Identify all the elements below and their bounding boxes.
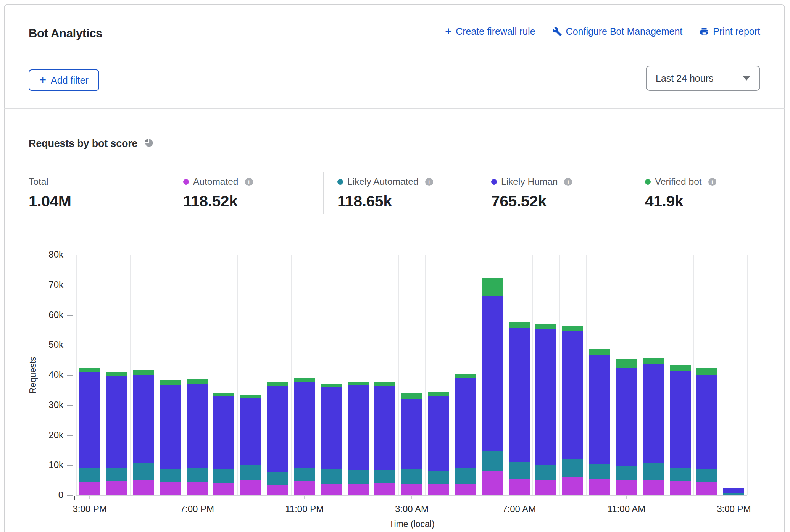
stat-likely-automated: Likely Automated i 118.65k [337, 176, 433, 210]
bar-segment-verified-bot [133, 370, 154, 375]
plus-icon: + [445, 27, 452, 36]
x-tick-3:00 AM [411, 496, 412, 499]
bar-4:00 AM[interactable] [428, 392, 449, 495]
info-icon[interactable]: i [708, 178, 716, 186]
bar-segment-likely-human [482, 296, 503, 451]
bar-11:00 AM[interactable] [616, 359, 637, 495]
bar-segment-likely-human [535, 329, 556, 465]
bar-5:00 AM[interactable] [455, 374, 476, 495]
bar-segment-automated [294, 481, 315, 495]
time-range-select[interactable]: Last 24 hours [646, 66, 760, 91]
bar-segment-likely-automated [696, 469, 717, 482]
bar-segment-likely-automated [267, 472, 288, 485]
x-tick-label-3:00 PM: 3:00 PM [701, 504, 766, 514]
bar-segment-automated [643, 480, 664, 495]
bar-segment-likely-automated [723, 493, 744, 495]
bar-segment-automated [401, 484, 422, 496]
bar-9:00 PM[interactable] [240, 395, 261, 495]
bar-segment-automated [133, 480, 154, 495]
bar-segment-automated [482, 471, 503, 495]
gridline-v [372, 255, 372, 495]
bar-segment-likely-human [348, 385, 369, 470]
bar-7:00 PM[interactable] [187, 379, 208, 495]
bar-8:00 PM[interactable] [213, 393, 234, 495]
stat-divider [631, 172, 631, 214]
bar-6:00 AM[interactable] [482, 278, 503, 495]
bar-3:00 PM[interactable] [79, 368, 100, 495]
gridline-70k [76, 285, 747, 285]
likely-automated-dot [337, 179, 343, 185]
bar-1:00 AM[interactable] [348, 382, 369, 495]
bar-segment-likely-automated [616, 466, 637, 480]
configure-bot-management-link[interactable]: Configure Bot Management [552, 26, 683, 37]
bar-segment-automated [79, 482, 100, 495]
gridline-v [747, 255, 748, 495]
y-tick-80k [67, 255, 73, 255]
bar-5:00 PM[interactable] [133, 370, 154, 495]
stat-divider [169, 172, 169, 214]
bar-12:00 PM[interactable] [643, 358, 664, 495]
x-tick-11:00 PM [304, 496, 305, 499]
stat-divider [323, 172, 324, 214]
bar-segment-likely-human [428, 396, 449, 471]
bar-2:00 PM[interactable] [696, 368, 717, 495]
bar-segment-verified-bot [240, 395, 261, 398]
gridline-v [559, 255, 560, 495]
bar-11:00 PM[interactable] [294, 378, 315, 495]
y-tick-label-10k: 10k [21, 459, 63, 470]
info-icon[interactable]: i [425, 178, 433, 186]
bar-segment-automated [160, 482, 181, 495]
bar-segment-likely-human [562, 331, 583, 459]
gridline-v [103, 255, 103, 495]
info-icon[interactable]: i [564, 178, 572, 186]
gridline-v [318, 255, 318, 495]
stat-likely-human-label: Likely Human [501, 176, 558, 187]
bar-3:00 AM[interactable] [401, 393, 422, 495]
header-divider [4, 108, 785, 109]
gridline-v [667, 255, 667, 495]
bar-segment-likely-automated [643, 463, 664, 480]
bar-segment-likely-automated [589, 464, 610, 479]
info-icon[interactable]: i [245, 178, 253, 186]
bar-segment-verified-bot [589, 349, 610, 355]
gridline-v [640, 255, 640, 495]
gridline-v [211, 255, 211, 495]
bar-10:00 PM[interactable] [267, 382, 288, 495]
bar-segment-verified-bot [294, 378, 315, 381]
bar-4:00 PM[interactable] [106, 372, 127, 495]
verified-bot-dot [645, 179, 651, 185]
bar-2:00 AM[interactable] [374, 382, 395, 495]
gridline-v [613, 255, 613, 495]
bar-8:00 AM[interactable] [535, 324, 556, 495]
stat-likely-human: Likely Human i 765.52k [491, 176, 572, 210]
y-tick-label-80k: 80k [21, 249, 63, 260]
x-tick-label-11:00 PM: 11:00 PM [272, 504, 337, 514]
bar-segment-likely-human [160, 385, 181, 469]
bar-segment-automated [267, 485, 288, 495]
bar-7:00 AM[interactable] [509, 322, 530, 495]
wrench-icon [552, 27, 562, 37]
bar-segment-verified-bot [374, 382, 395, 386]
bar-segment-automated [374, 483, 395, 495]
bar-9:00 AM[interactable] [562, 326, 583, 495]
bar-3:00 PM[interactable] [723, 488, 744, 495]
bar-12:00 AM[interactable] [321, 384, 342, 495]
gridline-v [264, 255, 264, 495]
bar-segment-likely-human [106, 376, 127, 468]
bar-segment-verified-bot [106, 372, 127, 376]
add-filter-button[interactable]: + Add filter [29, 69, 99, 91]
bar-6:00 PM[interactable] [160, 380, 181, 495]
bar-segment-likely-human [670, 371, 691, 468]
plus-icon: + [39, 76, 46, 85]
stat-total-value: 1.04M [29, 192, 71, 210]
create-firewall-rule-link[interactable]: + Create firewall rule [445, 26, 535, 37]
bar-segment-likely-human [79, 372, 100, 468]
stat-total-label: Total [29, 176, 48, 187]
bar-segment-automated [213, 483, 234, 495]
bar-10:00 AM[interactable] [589, 349, 610, 495]
bar-segment-automated [670, 481, 691, 495]
print-report-link[interactable]: Print report [699, 26, 760, 37]
bar-1:00 PM[interactable] [670, 365, 691, 495]
bar-segment-likely-automated [509, 462, 530, 480]
stat-automated: Automated i 118.52k [183, 176, 253, 210]
